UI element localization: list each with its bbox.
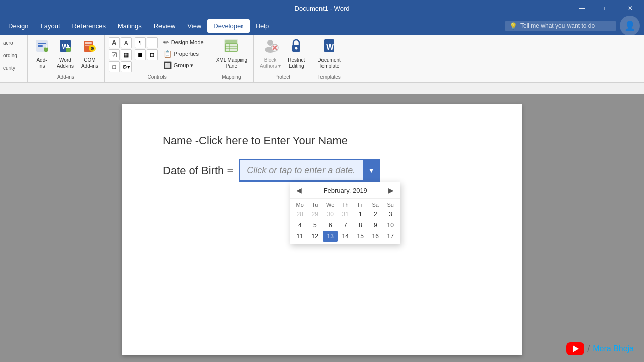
- group-label: Group ▾: [174, 62, 194, 69]
- search-placeholder: Tell me what you want to do: [520, 22, 595, 29]
- svg-rect-17: [225, 40, 237, 43]
- settings-btn[interactable]: ⚙▾: [121, 61, 132, 72]
- cal-day-today[interactable]: 13: [323, 231, 338, 242]
- square-btn[interactable]: □: [109, 61, 120, 72]
- cal-day[interactable]: 6: [323, 220, 338, 231]
- group-button[interactable]: 🔲 Group ▾: [160, 60, 207, 70]
- word-addins-label: Word Add-ins: [57, 57, 74, 69]
- svg-point-28: [295, 47, 298, 50]
- indent-btn[interactable]: ≡: [147, 37, 158, 48]
- cal-day[interactable]: 3: [383, 209, 398, 220]
- cal-day[interactable]: 17: [383, 231, 398, 242]
- cal-day[interactable]: 31: [338, 209, 353, 220]
- mapping-group-label: Mapping: [213, 73, 250, 81]
- calendar-popup: ◀ February, 2019 ▶ Mo Tu We Th Fr S: [290, 182, 400, 244]
- menu-developer[interactable]: Developer: [207, 19, 249, 33]
- cal-day[interactable]: 8: [353, 220, 368, 231]
- user-avatar[interactable]: 👤: [620, 16, 640, 36]
- svg-point-24: [271, 44, 278, 51]
- cal-day[interactable]: 10: [383, 220, 398, 231]
- svg-rect-13: [85, 45, 90, 46]
- menu-view[interactable]: View: [181, 19, 207, 33]
- cal-day[interactable]: 9: [368, 220, 383, 231]
- cal-day[interactable]: 28: [292, 209, 307, 220]
- com-addins-label: COM Add-ins: [81, 57, 98, 69]
- list-btn[interactable]: ≣: [135, 49, 146, 60]
- menu-references[interactable]: References: [66, 19, 112, 33]
- com-addins-icon: ⚙: [82, 38, 98, 56]
- addins-button[interactable]: Add- ins: [31, 36, 53, 71]
- partial-text-recording: ording: [3, 53, 24, 58]
- document-template-label: Document Template: [317, 57, 341, 69]
- calendar-day-headers: Mo Tu We Th Fr Sa Su: [292, 201, 398, 209]
- yt-play-icon: [573, 345, 579, 352]
- menu-layout[interactable]: Layout: [34, 19, 66, 33]
- table-btn[interactable]: ▦: [121, 49, 132, 60]
- close-button[interactable]: ✕: [619, 0, 642, 16]
- font-size-large-btn[interactable]: A: [109, 37, 120, 48]
- menu-search-box[interactable]: 💡 Tell me what you want to do: [505, 21, 616, 31]
- cal-day[interactable]: 12: [307, 231, 323, 242]
- menu-review[interactable]: Review: [148, 19, 182, 33]
- word-addins-button[interactable]: W Word Add-ins: [54, 36, 77, 71]
- date-dropdown-button[interactable]: ▼: [363, 160, 379, 180]
- xml-mapping-button[interactable]: XML Mapping Pane: [213, 36, 250, 71]
- dob-row: Date of Birth = Click or tap to enter a …: [163, 159, 481, 182]
- partial-text-macro: acro: [3, 40, 24, 46]
- calendar-next-button[interactable]: ▶: [386, 185, 396, 195]
- ribbon-group-templates-content: W Document Template: [314, 36, 344, 73]
- indent2-btn[interactable]: ⊞: [147, 49, 158, 60]
- menu-design[interactable]: Design: [2, 19, 34, 33]
- menu-help[interactable]: Help: [250, 19, 275, 33]
- com-addins-button[interactable]: ⚙ COM Add-ins: [78, 36, 101, 71]
- cal-day[interactable]: 29: [307, 209, 323, 220]
- ruler: [0, 83, 644, 94]
- design-mode-icon: ✏: [163, 38, 169, 46]
- ribbon-group-controls: A A ¶ ≡ ☑ ▦ ≣ ⊞ □ ⚙▾: [105, 35, 210, 82]
- controls-group-label: Controls: [108, 73, 207, 81]
- ribbon-partial-left-group: acro ording curity: [0, 35, 28, 82]
- cal-day[interactable]: 4: [292, 220, 307, 231]
- cal-day[interactable]: 30: [323, 209, 338, 220]
- protect-group-label: Protect: [257, 73, 308, 81]
- cal-day[interactable]: 5: [307, 220, 323, 231]
- svg-rect-2: [38, 45, 43, 47]
- document-template-button[interactable]: W Document Template: [314, 36, 344, 71]
- day-header-su: Su: [383, 202, 398, 208]
- block-authors-label: Block Authors ▾: [260, 57, 281, 69]
- calendar-prev-button[interactable]: ◀: [294, 185, 304, 195]
- maximize-button[interactable]: □: [595, 0, 618, 16]
- ribbon: acro ording curity Add- ins: [0, 35, 644, 83]
- cal-day[interactable]: 2: [368, 209, 383, 220]
- date-input-box[interactable]: Click or tap to enter a date. ▼: [239, 159, 380, 182]
- date-placeholder[interactable]: Click or tap to enter a date.: [240, 161, 363, 180]
- paragraph-btn[interactable]: ¶: [135, 37, 146, 48]
- font-size-small-btn[interactable]: A: [121, 37, 132, 48]
- minimize-button[interactable]: —: [571, 0, 594, 16]
- properties-button[interactable]: 📋 Properties: [160, 49, 207, 59]
- calendar-header: ◀ February, 2019 ▶: [290, 182, 400, 199]
- cal-day[interactable]: 1: [353, 209, 368, 220]
- cal-day[interactable]: 15: [353, 231, 368, 242]
- ribbon-group-addins: Add- ins W Word Add-ins: [28, 35, 105, 82]
- svg-text:⚙: ⚙: [90, 46, 94, 51]
- document-template-icon: W: [320, 38, 338, 56]
- design-mode-button[interactable]: ✏ Design Mode: [160, 37, 207, 47]
- cal-day[interactable]: 11: [292, 231, 307, 242]
- addins-group-label: Add-ins: [31, 73, 101, 81]
- name-field[interactable]: Name -Click here to Enter Your Name: [163, 134, 481, 147]
- calendar-days: 28 29 30 31 1 2 3 4 5 6: [292, 209, 398, 242]
- cal-day[interactable]: 16: [368, 231, 383, 242]
- svg-rect-10: [66, 47, 70, 48]
- body-area: Name -Click here to Enter Your Name Date…: [0, 94, 644, 362]
- block-authors-button[interactable]: Block Authors ▾: [257, 36, 284, 71]
- cal-day[interactable]: 14: [338, 231, 353, 242]
- xml-mapping-icon: [223, 38, 240, 56]
- checkbox-btn[interactable]: ☑: [109, 49, 120, 60]
- cal-day[interactable]: 7: [338, 220, 353, 231]
- design-mode-label: Design Mode: [171, 39, 204, 45]
- restrict-editing-button[interactable]: Restrict Editing: [285, 36, 308, 71]
- day-header-fr: Fr: [353, 202, 368, 208]
- menu-mailings[interactable]: Mailings: [112, 19, 148, 33]
- restrict-editing-label: Restrict Editing: [288, 57, 305, 69]
